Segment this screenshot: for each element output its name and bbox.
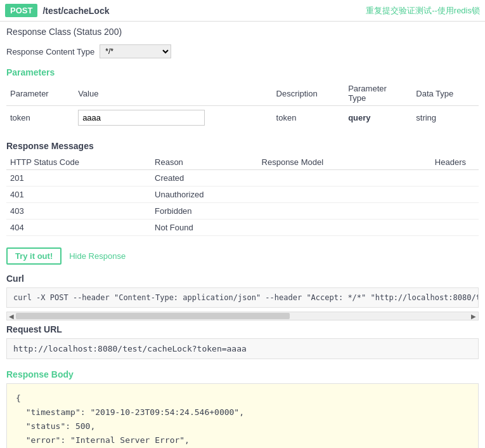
col-status-code: HTTP Status Code (6, 155, 151, 170)
content-type-row: Response Content Type */* application/js… (0, 42, 485, 63)
scroll-right-arrow[interactable]: ▶ (469, 312, 478, 320)
model-401 (258, 187, 389, 203)
hide-response-link[interactable]: Hide Response (69, 251, 126, 261)
reason-403: Forbidden (151, 203, 258, 220)
content-type-select[interactable]: */* application/json (100, 44, 171, 58)
table-row: token token query string (6, 106, 479, 130)
model-403 (258, 203, 389, 220)
response-body-box: { "timestamp": "2019-10-23T09:54:24.546+… (6, 383, 479, 448)
method-badge: POST (5, 4, 37, 17)
response-messages-section: Response Messages HTTP Status Code Reaso… (0, 136, 485, 242)
response-class: Response Class (Status 200) (0, 22, 485, 42)
headers-403 (389, 203, 479, 220)
parameters-table: Parameter Value Description ParameterTyp… (6, 81, 479, 129)
col-description: Description (273, 81, 345, 106)
try-it-button[interactable]: Try it out! (6, 247, 61, 265)
headers-401 (389, 187, 479, 203)
reason-404: Not Found (151, 220, 258, 236)
request-url-section: Request URL http://localhost:8080/test/c… (0, 320, 485, 366)
endpoint-path: /test/cacheLock (42, 6, 109, 16)
reason-201: Created (151, 170, 258, 187)
status-code-401: 401 (6, 187, 151, 203)
request-url-box: http://localhost:8080/test/cacheLock?tok… (6, 338, 479, 359)
table-row: 401 Unauthorized (6, 187, 479, 203)
headers-404 (389, 220, 479, 236)
col-response-model: Response Model (258, 155, 389, 170)
param-type: query (344, 106, 412, 130)
col-parameter: Parameter (6, 81, 74, 106)
param-value-cell (74, 106, 272, 130)
json-line-4: "error": "Internal Server Error", (16, 433, 469, 447)
parameters-section: Parameters Parameter Value Description P… (0, 63, 485, 136)
messages-table: HTTP Status Code Reason Response Model H… (6, 155, 479, 236)
json-line-3: "status": 500, (16, 419, 469, 433)
table-row: 404 Not Found (6, 220, 479, 236)
table-row: 201 Created (6, 170, 479, 187)
response-body-label: Response Body (6, 369, 479, 379)
col-param-type: ParameterType (344, 81, 412, 106)
request-url-label: Request URL (6, 324, 479, 334)
scrollbar-thumb[interactable] (16, 313, 290, 319)
try-it-row: Try it out! Hide Response (0, 242, 485, 270)
reason-401: Unauthorized (151, 187, 258, 203)
messages-header-row: HTTP Status Code Reason Response Model H… (6, 155, 479, 170)
param-description: token (273, 106, 345, 130)
param-name: token (6, 106, 74, 130)
scroll-left-arrow[interactable]: ◀ (7, 312, 16, 320)
response-messages-label: Response Messages (6, 136, 479, 155)
curl-box: curl -X POST --header "Content-Type: app… (6, 287, 479, 308)
curl-section: Curl curl -X POST --header "Content-Type… (0, 270, 485, 312)
json-line-1: { (16, 392, 469, 405)
status-code-201: 201 (6, 170, 151, 187)
content-type-label: Response Content Type (6, 47, 94, 56)
params-header-row: Parameter Value Description ParameterTyp… (6, 81, 479, 106)
param-data-type: string (412, 106, 479, 130)
col-reason: Reason (151, 155, 258, 170)
horizontal-scrollbar[interactable]: ◀ ▶ (6, 312, 479, 320)
parameters-label: Parameters (6, 63, 479, 81)
api-header: POST /test/cacheLock 重复提交验证测试--使用redis锁 (0, 0, 485, 22)
model-201 (258, 170, 389, 187)
model-404 (258, 220, 389, 236)
response-body-section: Response Body { "timestamp": "2019-10-23… (0, 366, 485, 448)
col-headers: Headers (389, 155, 479, 170)
header-title-right: 重复提交验证测试--使用redis锁 (366, 5, 480, 16)
json-line-2: "timestamp": "2019-10-23T09:54:24.546+00… (16, 405, 469, 419)
param-value-input[interactable] (78, 110, 205, 126)
headers-201 (389, 170, 479, 187)
col-data-type: Data Type (412, 81, 479, 106)
table-row: 403 Forbidden (6, 203, 479, 220)
col-value: Value (74, 81, 272, 106)
status-code-403: 403 (6, 203, 151, 220)
curl-label: Curl (6, 273, 479, 284)
status-code-404: 404 (6, 220, 151, 236)
